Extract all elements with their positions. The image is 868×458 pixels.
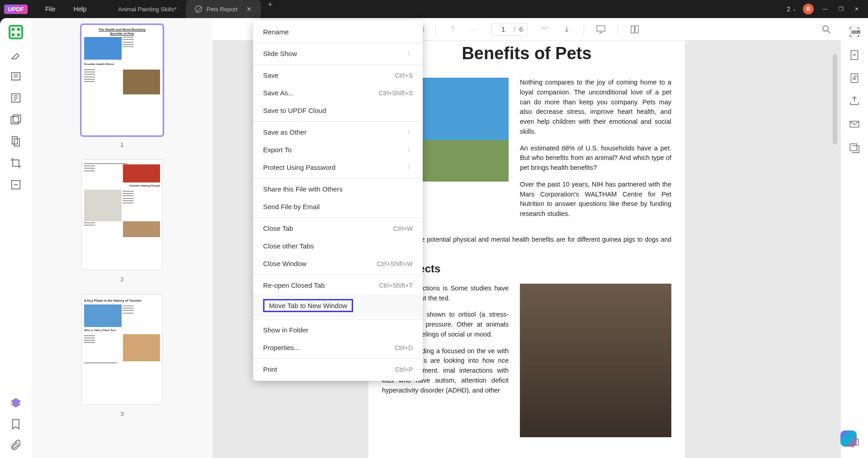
reading-mode-icon[interactable] — [629, 24, 640, 35]
tab-animal-painting[interactable]: Animal Painting Skills* — [109, 0, 185, 18]
total-pages: 6 — [519, 25, 523, 33]
svg-text:OCR: OCR — [852, 30, 860, 34]
svg-rect-4 — [12, 73, 20, 80]
tab-label: Animal Painting Skills* — [118, 6, 176, 13]
thumbnail-page-2[interactable]: ▬▬▬▬▬▬▬▬▬▬▬▬▬▬▬▬▬▬▬▬▬▬▬▬ ▬▬▬▬▬▬▬▬▬▬▬▬▬▬▬… — [81, 159, 163, 270]
presentation-icon[interactable] — [595, 24, 606, 35]
svg-rect-15 — [851, 74, 858, 83]
svg-point-16 — [854, 78, 855, 79]
doc-heading: alth Effects — [382, 261, 671, 277]
thumbnail-panel: The Health and Mood-Boosting Benefits of… — [32, 18, 212, 458]
minimize-icon[interactable]: — — [821, 6, 830, 12]
dog-image — [520, 284, 671, 437]
ctx-move-tab[interactable]: Move Tab to New Window — [253, 294, 423, 317]
bookmark-icon[interactable] — [9, 418, 22, 430]
menu-file[interactable]: File — [45, 5, 56, 13]
tab-label: Pets Report — [207, 6, 238, 13]
prev-page-icon[interactable]: ︿ — [469, 24, 480, 35]
maximize-icon[interactable]: ❐ — [836, 6, 845, 12]
ctx-close-window[interactable]: Close WindowCtrl+Shift+W — [253, 255, 423, 272]
svg-rect-8 — [12, 137, 18, 144]
left-toolbar — [0, 18, 32, 458]
ctx-export[interactable]: Export To〉 — [253, 141, 423, 159]
thumbnails-panel-icon[interactable] — [9, 25, 23, 39]
svg-rect-3 — [16, 33, 20, 37]
email-icon[interactable] — [849, 118, 860, 130]
doc-title: Benefits of Pets — [382, 41, 671, 66]
form-icon[interactable] — [9, 92, 22, 104]
ctx-protect[interactable]: Protect Using Password〉 — [253, 159, 423, 176]
ctx-slideshow[interactable]: Slide Show〉 — [253, 45, 423, 62]
titlebar-right: 2 ⌄ B — ❐ ✕ — [787, 4, 868, 14]
protect-icon[interactable] — [849, 72, 860, 84]
svg-rect-2 — [11, 33, 15, 37]
thumbnail-page-1[interactable]: The Health and Mood-Boosting Benefits of… — [81, 25, 163, 136]
app-logo[interactable]: UPDF — [0, 5, 32, 14]
tab-strip: Animal Painting Skills* Pets Report ✕ + — [109, 0, 279, 18]
batch-icon[interactable] — [849, 141, 860, 153]
main-area: The Health and Mood-Boosting Benefits of… — [0, 18, 868, 458]
user-avatar[interactable]: B — [803, 4, 814, 14]
ctx-reopen[interactable]: Re-open Closed TabCtrl+Shift+T — [253, 276, 423, 294]
tab-count[interactable]: 2 ⌄ — [787, 5, 796, 13]
tab-icon — [195, 5, 202, 13]
svg-rect-18 — [850, 144, 857, 150]
crop-icon[interactable] — [9, 157, 22, 169]
ocr-icon[interactable]: OCR — [849, 26, 860, 38]
svg-rect-11 — [597, 26, 605, 31]
tab-pets-report[interactable]: Pets Report ✕ — [186, 0, 261, 18]
svg-rect-6 — [11, 117, 19, 124]
highlighter-icon[interactable] — [9, 48, 22, 61]
svg-rect-0 — [11, 27, 15, 31]
menubar: File Help — [32, 5, 86, 13]
last-page-icon[interactable]: ⤓ — [561, 24, 572, 35]
next-page-icon[interactable]: ﹀ — [539, 24, 550, 35]
close-window-icon[interactable]: ✕ — [852, 6, 861, 12]
svg-point-12 — [823, 26, 828, 31]
ctx-close-tab[interactable]: Close TabCtrl+W — [253, 220, 423, 237]
ctx-rename[interactable]: Rename — [253, 23, 423, 41]
ctx-save[interactable]: SaveCtrl+S — [253, 66, 423, 84]
close-tab-icon[interactable]: ✕ — [246, 5, 252, 13]
edit-text-icon[interactable] — [9, 70, 22, 83]
menu-help[interactable]: Help — [74, 5, 87, 13]
ctx-show-folder[interactable]: Show in Folder — [253, 321, 423, 339]
page-input[interactable] — [496, 25, 510, 33]
chevron-right-icon: 〉 — [407, 164, 413, 171]
doc-paragraphs: Nothing compares to the joy of coming ho… — [520, 78, 671, 226]
ctx-close-other[interactable]: Close other Tabs — [253, 237, 423, 255]
first-page-icon[interactable]: ⤒ — [447, 24, 458, 35]
thumb-label-1: 1 — [120, 141, 123, 148]
right-toolbar: OCR — [841, 18, 868, 458]
tab-context-menu: Rename Slide Show〉 SaveCtrl+S Save As...… — [253, 20, 423, 381]
ctx-save-other[interactable]: Save as Other〉 — [253, 123, 423, 141]
organize-icon[interactable] — [9, 113, 22, 126]
chevron-right-icon: 〉 — [407, 128, 413, 136]
copy-pages-icon[interactable] — [9, 135, 22, 148]
new-tab-button[interactable]: + — [261, 0, 279, 18]
ctx-properties[interactable]: Properties...Ctrl+D — [253, 339, 423, 356]
chevron-right-icon: 〉 — [407, 146, 413, 154]
search-icon[interactable] — [821, 24, 832, 35]
page-indicator: / 6 — [491, 23, 528, 36]
ctx-save-as[interactable]: Save As...Ctrl+Shift+S — [253, 84, 423, 102]
titlebar: UPDF File Help Animal Painting Skills* P… — [0, 0, 868, 18]
ctx-share[interactable]: Share this File with Others — [253, 180, 423, 198]
chevron-right-icon: 〉 — [407, 50, 413, 57]
convert-icon[interactable] — [849, 49, 860, 61]
layers-icon[interactable] — [9, 397, 22, 410]
scrollbar[interactable] — [833, 54, 837, 145]
thumb-label-2: 2 — [120, 276, 123, 283]
attachment-icon[interactable] — [9, 439, 22, 451]
ai-assistant-icon[interactable] — [840, 430, 857, 447]
svg-rect-9 — [14, 139, 20, 146]
thumb-label-3: 3 — [120, 411, 123, 417]
share-icon[interactable] — [849, 95, 860, 107]
svg-rect-7 — [13, 115, 20, 122]
svg-rect-1 — [16, 27, 20, 31]
ctx-send-email[interactable]: Send File by Email — [253, 198, 423, 215]
ctx-save-cloud[interactable]: Save to UPDF Cloud — [253, 102, 423, 119]
ctx-print[interactable]: PrintCtrl+P — [253, 360, 423, 378]
thumbnail-page-3[interactable]: A Key Phase in the History of Tourism ▬▬… — [81, 294, 163, 405]
redact-icon[interactable] — [9, 178, 22, 191]
